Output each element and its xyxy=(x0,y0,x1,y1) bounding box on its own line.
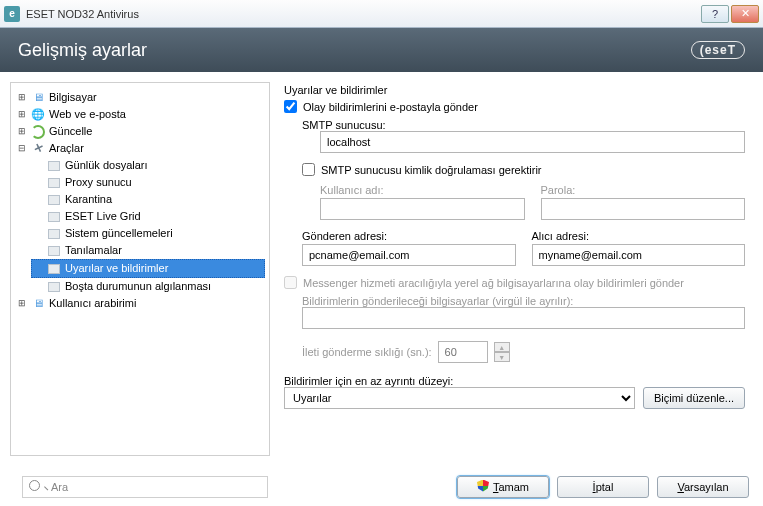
tree-node-logs[interactable]: Günlük dosyaları xyxy=(31,157,265,174)
edit-format-button[interactable]: Biçimi düzenle... xyxy=(643,387,745,409)
send-email-checkbox[interactable]: Olay bildirimlerini e-postayla gönder xyxy=(284,100,745,113)
tree-pane: ⊞🖥Bilgisayar ⊞🌐Web ve e-posta ⊞Güncelle … xyxy=(10,82,270,456)
tree-node-tools[interactable]: ⊟Araçlar xyxy=(15,140,265,157)
collapse-icon[interactable]: ⊟ xyxy=(17,140,27,157)
smtp-auth-checkbox[interactable]: SMTP sunucusu kimlik doğrulaması gerekti… xyxy=(302,163,745,176)
item-icon xyxy=(47,193,61,207)
spin-up-icon: ▲ xyxy=(494,342,510,352)
item-icon xyxy=(47,210,61,224)
item-icon xyxy=(47,159,61,173)
expand-icon[interactable]: ⊞ xyxy=(17,89,27,106)
smtp-input[interactable] xyxy=(320,131,745,153)
item-icon xyxy=(47,244,61,258)
tree-node-ui[interactable]: ⊞🖥Kullanıcı arabirimi xyxy=(15,295,265,312)
interval-spinner: ▲ ▼ xyxy=(494,342,510,362)
from-label: Gönderen adresi: xyxy=(302,230,516,242)
interval-input xyxy=(438,341,488,363)
settings-tree[interactable]: ⊞🖥Bilgisayar ⊞🌐Web ve e-posta ⊞Güncelle … xyxy=(15,89,265,312)
shield-icon xyxy=(477,480,491,494)
tree-label: Tanılamalar xyxy=(65,242,122,259)
help-button[interactable]: ? xyxy=(701,5,729,23)
messenger-targets-label: Bildirimlerin gönderileceği bilgisayarla… xyxy=(302,295,573,307)
ok-button[interactable]: Tamam xyxy=(457,476,549,498)
interval-label: İleti gönderme sıklığı (sn.): xyxy=(302,346,432,358)
tree-node-alerts[interactable]: Uyarılar ve bildirimler xyxy=(31,259,265,278)
smtp-label: SMTP sunucusu: xyxy=(302,119,386,131)
to-label: Alıcı adresi: xyxy=(532,230,746,242)
messenger-targets-input xyxy=(302,307,745,329)
verbosity-select[interactable]: Uyarılar xyxy=(284,387,635,409)
tree-node-web[interactable]: ⊞🌐Web ve e-posta xyxy=(15,106,265,123)
cancel-button[interactable]: İptal xyxy=(557,476,649,498)
smtp-auth-input[interactable] xyxy=(302,163,315,176)
tree-node-computer[interactable]: ⊞🖥Bilgisayar xyxy=(15,89,265,106)
expand-icon[interactable]: ⊞ xyxy=(17,123,27,140)
section-title: Uyarılar ve bildirimler xyxy=(284,84,745,96)
tree-node-proxy[interactable]: Proxy sunucu xyxy=(31,174,265,191)
globe-icon: 🌐 xyxy=(31,108,45,122)
tree-label: Güncelle xyxy=(49,123,92,140)
tree-label: ESET Live Grid xyxy=(65,208,141,225)
tree-label: Araçlar xyxy=(49,140,84,157)
username-label: Kullanıcı adı: xyxy=(320,184,525,196)
tree-label: Proxy sunucu xyxy=(65,174,132,191)
to-input[interactable] xyxy=(532,244,746,266)
item-icon xyxy=(47,227,61,241)
brand-logo: (eseT xyxy=(691,41,745,59)
search-icon xyxy=(29,480,45,493)
item-icon xyxy=(47,280,61,294)
page-title: Gelişmiş ayarlar xyxy=(18,40,691,61)
footer: Ara Tamam İptal Varsayılan xyxy=(0,466,763,506)
tree-label: Kullanıcı arabirimi xyxy=(49,295,136,312)
spin-down-icon: ▼ xyxy=(494,352,510,362)
search-placeholder: Ara xyxy=(51,481,68,493)
tree-node-livegrid[interactable]: ESET Live Grid xyxy=(31,208,265,225)
titlebar: e ESET NOD32 Antivirus ? ✕ xyxy=(0,0,763,28)
tree-label: Web ve e-posta xyxy=(49,106,126,123)
send-email-input[interactable] xyxy=(284,100,297,113)
verbosity-label: Bildirimler için en az ayrıntı düzeyi: xyxy=(284,375,453,387)
item-icon xyxy=(47,176,61,190)
tree-label: Bilgisayar xyxy=(49,89,97,106)
tree-node-idle[interactable]: Boşta durumunun algılanması xyxy=(31,278,265,295)
item-icon xyxy=(47,262,61,276)
monitor-icon: 🖥 xyxy=(31,297,45,311)
username-input xyxy=(320,198,525,220)
tree-node-quarantine[interactable]: Karantina xyxy=(31,191,265,208)
tree-label: Uyarılar ve bildirimler xyxy=(65,260,168,277)
messenger-checkbox[interactable]: Messenger hizmeti aracılığıyla yerel ağ … xyxy=(284,276,745,289)
tree-label: Karantina xyxy=(65,191,112,208)
expand-icon[interactable]: ⊞ xyxy=(17,106,27,123)
header: Gelişmiş ayarlar (eseT xyxy=(0,28,763,72)
monitor-icon: 🖥 xyxy=(31,91,45,105)
close-button[interactable]: ✕ xyxy=(731,5,759,23)
tree-node-sysupdates[interactable]: Sistem güncellemeleri xyxy=(31,225,265,242)
from-input[interactable] xyxy=(302,244,516,266)
window-title: ESET NOD32 Antivirus xyxy=(26,8,701,20)
tree-label: Sistem güncellemeleri xyxy=(65,225,173,242)
tree-label: Boşta durumunun algılanması xyxy=(65,278,211,295)
expand-icon[interactable]: ⊞ xyxy=(17,295,27,312)
tools-icon xyxy=(31,142,45,156)
tree-label: Günlük dosyaları xyxy=(65,157,148,174)
smtp-auth-label: SMTP sunucusu kimlik doğrulaması gerekti… xyxy=(321,164,541,176)
refresh-icon xyxy=(31,125,45,139)
search-box[interactable]: Ara xyxy=(22,476,268,498)
form-pane: Uyarılar ve bildirimler Olay bildirimler… xyxy=(280,72,763,466)
messenger-input xyxy=(284,276,297,289)
default-button[interactable]: Varsayılan xyxy=(657,476,749,498)
password-label: Parola: xyxy=(541,184,746,196)
messenger-label: Messenger hizmeti aracılığıyla yerel ağ … xyxy=(303,277,684,289)
send-email-label: Olay bildirimlerini e-postayla gönder xyxy=(303,101,478,113)
app-icon: e xyxy=(4,6,20,22)
tree-node-diagnostics[interactable]: Tanılamalar xyxy=(31,242,265,259)
tree-node-update[interactable]: ⊞Güncelle xyxy=(15,123,265,140)
password-input xyxy=(541,198,746,220)
